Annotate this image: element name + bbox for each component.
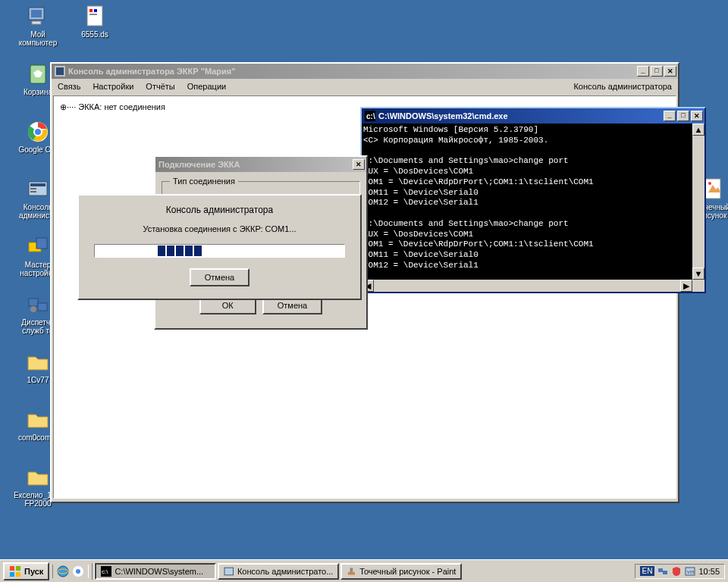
cmd-hscrollbar[interactable]: ◀ ▶ [362,280,704,292]
conn-group-label: Тип соединения [170,177,238,186]
svg-rect-17 [38,303,47,311]
admin-title-text: Консоль администратора ЭККР "Мария" [68,67,635,76]
cmd-output[interactable]: Microsoft Windows [Версия 5.2.3790] <С> … [362,124,692,280]
svg-point-9 [34,128,42,136]
ql-ie-icon[interactable] [56,565,70,578]
svg-rect-28 [16,572,20,577]
cmd-icon: c:\ [365,111,375,121]
svg-rect-1 [31,10,42,17]
progress-bar [94,244,345,258]
icon-label: 6555.ds [68,30,121,39]
language-indicator[interactable]: EN [640,566,655,576]
app-icon [55,66,65,77]
svg-rect-27 [10,572,14,577]
scroll-down-button[interactable]: ▼ [692,268,704,280]
start-label: Пуск [24,567,43,576]
scroll-up-button[interactable]: ▲ [692,124,704,136]
cmd-maximize-button[interactable]: □ [677,111,689,121]
progress-message: Установка соединения с ЭККР: COM1... [94,224,345,233]
paint-icon [347,566,356,577]
icon-label: Мой компьютер [11,30,64,47]
ql-chrome-icon[interactable] [71,565,85,578]
icon-my-computer[interactable]: Мой компьютер [11,5,64,47]
menu-connection[interactable]: Связь [52,80,86,92]
svg-text:c:\: c:\ [366,112,375,120]
svg-rect-26 [16,566,20,571]
svg-point-32 [76,569,80,574]
svg-rect-16 [29,299,38,306]
svg-rect-35 [224,568,234,575]
svg-rect-25 [10,566,14,571]
progress-title: Консоль администратора [94,205,345,215]
minimize-button[interactable]: _ [637,66,649,77]
clock[interactable]: 10:55 [698,567,720,576]
svg-rect-3 [87,6,102,26]
conn-title-text: Подключение ЭККА [158,160,351,169]
progress-cancel-button[interactable]: Отмена [190,268,249,286]
svg-rect-36 [348,571,355,574]
task-cmd[interactable]: c:\ C:\WINDOWS\system... [95,563,216,580]
progress-dialog: Консоль администратора Установка соедине… [77,194,362,300]
svg-point-29 [58,566,68,577]
cmd-minimize-button[interactable]: _ [664,111,676,121]
cmd-title-text: C:\WINDOWS\system32\cmd.exe [378,111,662,120]
svg-point-20 [708,182,711,185]
cmd-vscrollbar[interactable]: ▲ ▼ [692,124,704,280]
app-icon [224,566,234,577]
menu-settings[interactable]: Настройки [86,80,140,92]
admin-titlebar[interactable]: Консоль администратора ЭККР "Мария" _ □ … [52,64,678,79]
quick-launch [52,565,89,578]
start-button[interactable]: Пуск [3,562,49,580]
conn-titlebar[interactable]: Подключение ЭККА ✕ [155,157,366,172]
conn-close-button[interactable]: ✕ [353,159,365,170]
svg-rect-15 [36,238,47,249]
scroll-right-button[interactable]: ▶ [680,280,692,292]
task-admin-console[interactable]: Консоль администрато... [218,563,339,580]
taskbar: Пуск c:\ C:\WINDOWS\system... Консоль ад… [0,559,728,582]
svg-rect-6 [89,14,97,15]
system-tray[interactable]: EN vm 10:55 [635,564,725,579]
svg-rect-5 [94,9,97,12]
menu-right-label: Консоль администратора [567,80,678,92]
tray-vm-icon[interactable]: vm [685,566,695,577]
cmd-close-button[interactable]: ✕ [691,111,703,121]
svg-rect-4 [89,9,93,12]
svg-point-18 [30,306,36,312]
tray-shield-icon[interactable] [671,566,682,577]
svg-rect-38 [658,568,663,572]
svg-rect-22 [56,67,64,75]
svg-text:c:\: c:\ [102,568,108,575]
tree-item-ekka[interactable]: ⊕···· ЭККА: нет соединения [60,102,165,111]
tray-network-icon[interactable] [657,566,668,577]
windows-logo-icon [9,565,21,577]
svg-text:vm: vm [687,569,695,574]
icon-file-ds[interactable]: 6555.ds [68,5,121,39]
menubar: Связь Настройки Отчёты Операции Консоль … [52,79,678,94]
svg-rect-2 [32,21,41,24]
menu-reports[interactable]: Отчёты [140,80,180,92]
task-paint[interactable]: Точечный рисунок - Paint [340,563,462,580]
maximize-button[interactable]: □ [651,66,663,77]
close-button[interactable]: ✕ [664,66,676,77]
cmd-window: c:\ C:\WINDOWS\system32\cmd.exe _ □ ✕ Mi… [360,107,706,293]
cmd-titlebar[interactable]: c:\ C:\WINDOWS\system32\cmd.exe _ □ ✕ [362,108,704,124]
svg-rect-12 [30,188,36,189]
svg-rect-37 [350,568,353,571]
svg-rect-13 [30,191,36,192]
menu-operations[interactable]: Операции [181,80,232,92]
svg-rect-11 [30,183,46,186]
svg-rect-39 [663,571,667,574]
cmd-icon: c:\ [101,566,111,577]
